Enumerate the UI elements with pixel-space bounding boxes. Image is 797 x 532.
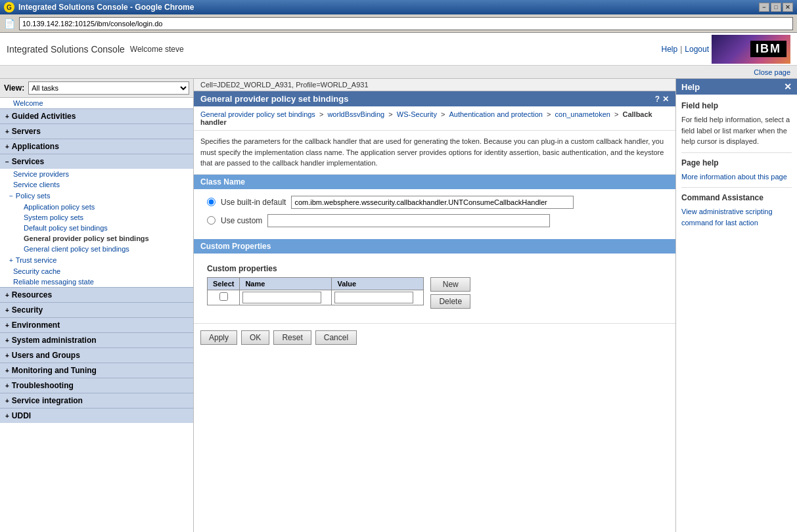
expand-icon: + bbox=[5, 292, 9, 299]
sidebar-subsection-trust-service[interactable]: + Trust service bbox=[0, 254, 193, 266]
help-close-button[interactable]: ✕ bbox=[784, 81, 792, 92]
row-name-input[interactable] bbox=[242, 292, 321, 303]
cancel-button[interactable]: Cancel bbox=[315, 330, 357, 345]
minimize-button[interactable]: − bbox=[759, 3, 769, 12]
sidebar-section-label: Resources bbox=[12, 290, 52, 299]
builtin-value-input[interactable] bbox=[291, 196, 574, 209]
apply-button[interactable]: Apply bbox=[200, 330, 237, 345]
expand-icon: + bbox=[5, 397, 9, 405]
use-builtin-label[interactable]: Use built-in default bbox=[221, 198, 286, 207]
policy-sets-label: Policy sets bbox=[16, 192, 51, 200]
sidebar-item-default-policy-bindings[interactable]: Default policy set bindings bbox=[5, 223, 193, 233]
sidebar-section-uddi[interactable]: + UDDI bbox=[0, 408, 193, 423]
sidebar-section-service-integration[interactable]: + Service integration bbox=[0, 393, 193, 408]
sidebar-section-system-admin[interactable]: + System administration bbox=[0, 332, 193, 347]
breadcrumb-con-unametoken[interactable]: con_unametoken bbox=[555, 110, 610, 118]
sidebar-item-security-cache[interactable]: Security cache bbox=[0, 266, 193, 277]
use-custom-label[interactable]: Use custom bbox=[221, 216, 262, 225]
sidebar-item-welcome[interactable]: Welcome bbox=[0, 98, 193, 108]
breadcrumb-general-provider[interactable]: General provider policy set bindings bbox=[200, 110, 315, 118]
sidebar-section-monitoring[interactable]: + Monitoring and Tuning bbox=[0, 363, 193, 378]
welcome-text: Welcome steve bbox=[130, 45, 184, 54]
close-icon[interactable]: ✕ bbox=[662, 95, 669, 104]
sidebar-item-general-provider-bindings[interactable]: General provider policy set bindings bbox=[5, 233, 193, 244]
breadcrumb-ws-security[interactable]: WS-Security bbox=[397, 110, 437, 118]
expand-icon: + bbox=[5, 352, 9, 359]
help-divider bbox=[681, 152, 792, 153]
header-links: Help | Logout IBM bbox=[661, 35, 790, 64]
reset-button[interactable]: Reset bbox=[273, 330, 311, 345]
sidebar-section-resources[interactable]: + Resources bbox=[0, 287, 193, 302]
sidebar-subsection-policy-sets[interactable]: − Policy sets bbox=[0, 190, 193, 202]
ok-button[interactable]: OK bbox=[241, 330, 269, 345]
close-button[interactable]: ✕ bbox=[783, 3, 793, 12]
maximize-button[interactable]: □ bbox=[771, 3, 781, 12]
title-bar: G Integrated Solutions Console - Google … bbox=[0, 0, 797, 14]
sidebar-section-label: Monitoring and Tuning bbox=[12, 366, 97, 375]
expand-icon: + bbox=[5, 322, 9, 329]
logout-link[interactable]: Logout bbox=[685, 45, 709, 54]
custom-props-section-header: Custom Properties bbox=[194, 239, 675, 254]
sidebar-section-label: Services bbox=[12, 157, 44, 166]
expand-icon: + bbox=[5, 113, 9, 120]
help-title: Help bbox=[681, 82, 700, 92]
form-section: Use built-in default Use custom bbox=[194, 189, 675, 239]
use-custom-row: Use custom bbox=[207, 214, 662, 227]
policy-sets-group: Application policy sets System policy se… bbox=[0, 202, 193, 254]
use-custom-radio[interactable] bbox=[207, 216, 216, 225]
sidebar-item-service-providers[interactable]: Service providers bbox=[0, 169, 193, 179]
window-controls[interactable]: − □ ✕ bbox=[759, 3, 793, 12]
col-header-value: Value bbox=[332, 277, 424, 290]
row-value-input[interactable] bbox=[334, 292, 413, 303]
new-button[interactable]: New bbox=[430, 277, 470, 292]
sidebar-section-security[interactable]: + Security bbox=[0, 302, 193, 317]
command-assistance-title: Command Assistance bbox=[681, 192, 792, 204]
window-title: Integrated Solutions Console - Google Ch… bbox=[18, 3, 759, 12]
expand-icon: − bbox=[9, 192, 13, 200]
header-icons: ? ✕ bbox=[655, 95, 669, 104]
sidebar-section-applications[interactable]: + Applications bbox=[0, 139, 193, 154]
sidebar-section-label: System administration bbox=[12, 336, 97, 345]
page-help-link[interactable]: More information about this page bbox=[681, 173, 787, 181]
sidebar-item-app-policy-sets[interactable]: Application policy sets bbox=[5, 202, 193, 212]
sidebar-section-label: Environment bbox=[12, 321, 60, 330]
description-text: Specifies the parameters for the callbac… bbox=[194, 131, 675, 175]
expand-icon: + bbox=[5, 128, 9, 135]
sidebar-section-troubleshooting[interactable]: + Troubleshooting bbox=[0, 378, 193, 393]
custom-props-title: Custom properties bbox=[207, 264, 669, 273]
custom-value-input[interactable] bbox=[267, 214, 550, 227]
help-divider-2 bbox=[681, 187, 792, 188]
sidebar-section-servers[interactable]: + Servers bbox=[0, 123, 193, 139]
main-layout: View: All tasks Welcome + Guided Activit… bbox=[0, 79, 797, 532]
delete-button[interactable]: Delete bbox=[430, 294, 470, 309]
sidebar-item-system-policy-sets[interactable]: System policy sets bbox=[5, 212, 193, 223]
sidebar-section-environment[interactable]: + Environment bbox=[0, 317, 193, 332]
use-builtin-radio[interactable] bbox=[207, 198, 216, 206]
help-content: Field help For field help information, s… bbox=[676, 95, 797, 238]
sidebar-section-services[interactable]: − Services bbox=[0, 154, 193, 169]
breadcrumb-authentication-protection[interactable]: Authentication and protection bbox=[449, 110, 543, 118]
expand-icon: + bbox=[5, 337, 9, 344]
app-header: Integrated Solutions Console Welcome ste… bbox=[0, 33, 797, 66]
expand-icon: − bbox=[5, 158, 9, 166]
address-bar: 📄 bbox=[0, 14, 797, 33]
help-link[interactable]: Help bbox=[661, 45, 677, 54]
row-checkbox[interactable] bbox=[219, 292, 228, 301]
breadcrumb-world-bssv-binding[interactable]: worldBssvBinding bbox=[327, 110, 384, 118]
address-input[interactable] bbox=[19, 17, 793, 30]
sidebar-section-users-groups[interactable]: + Users and Groups bbox=[0, 347, 193, 363]
sidebar-item-service-clients[interactable]: Service clients bbox=[0, 179, 193, 190]
sidebar-section-guided-activities[interactable]: + Guided Activities bbox=[0, 108, 193, 123]
command-assistance-link[interactable]: View administrative scripting command fo… bbox=[681, 208, 773, 227]
view-select[interactable]: All tasks bbox=[28, 81, 189, 95]
row-name-cell bbox=[240, 290, 332, 305]
expand-icon: + bbox=[5, 367, 9, 374]
view-bar: View: All tasks bbox=[0, 79, 193, 98]
content-area: Cell=JDED2_WORLD_A931, Profile=WORLD_A93… bbox=[194, 79, 675, 532]
close-page-link[interactable]: Close page bbox=[754, 68, 790, 76]
col-header-select: Select bbox=[208, 277, 240, 290]
sidebar-item-general-client-bindings[interactable]: General client policy set bindings bbox=[5, 244, 193, 254]
sidebar-section-label: Users and Groups bbox=[12, 351, 80, 360]
sidebar-item-reliable-messaging[interactable]: Reliable messaging state bbox=[0, 277, 193, 287]
question-icon[interactable]: ? bbox=[655, 95, 660, 104]
